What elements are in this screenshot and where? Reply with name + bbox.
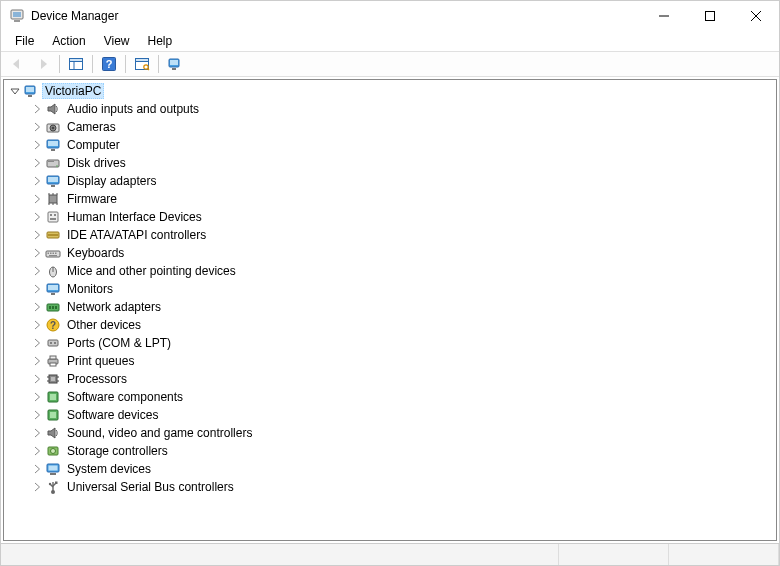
- scan-hardware-button[interactable]: [130, 53, 154, 75]
- properties-button[interactable]: [163, 53, 187, 75]
- back-button[interactable]: [5, 53, 29, 75]
- tree-node-label[interactable]: Monitors: [64, 281, 116, 297]
- show-hide-tree-button[interactable]: [64, 53, 88, 75]
- chevron-right-icon[interactable]: [30, 210, 44, 224]
- chevron-right-icon[interactable]: [30, 264, 44, 278]
- tree-node-label[interactable]: Display adapters: [64, 173, 159, 189]
- tree-node-label[interactable]: Human Interface Devices: [64, 209, 205, 225]
- menu-action[interactable]: Action: [44, 32, 93, 50]
- printer-icon: [45, 353, 61, 369]
- chevron-right-icon[interactable]: [30, 282, 44, 296]
- svg-rect-46: [48, 234, 58, 236]
- chevron-right-icon[interactable]: [30, 246, 44, 260]
- tree-node-label[interactable]: Computer: [64, 137, 123, 153]
- tree-node-label[interactable]: Print queues: [64, 353, 137, 369]
- menu-help[interactable]: Help: [140, 32, 181, 50]
- svg-rect-41: [48, 212, 58, 222]
- tree-node-label[interactable]: Disk drives: [64, 155, 129, 171]
- tree-node[interactable]: Display adapters: [30, 172, 776, 190]
- toolbar: ?: [1, 51, 779, 77]
- forward-button[interactable]: [31, 53, 55, 75]
- tree-node[interactable]: Print queues: [30, 352, 776, 370]
- tree-node[interactable]: Monitors: [30, 280, 776, 298]
- tree-node-label[interactable]: VictoriaPC: [42, 83, 104, 99]
- tree-node-label[interactable]: IDE ATA/ATAPI controllers: [64, 227, 209, 243]
- tree-node[interactable]: Disk drives: [30, 154, 776, 172]
- tree-node-label[interactable]: Storage controllers: [64, 443, 171, 459]
- unknown-icon: ?: [45, 317, 61, 333]
- svg-point-29: [56, 165, 58, 167]
- chevron-right-icon[interactable]: [30, 426, 44, 440]
- chevron-right-icon[interactable]: [30, 120, 44, 134]
- close-button[interactable]: [733, 1, 779, 31]
- tree-node[interactable]: Sound, video and game controllers: [30, 424, 776, 442]
- maximize-button[interactable]: [687, 1, 733, 31]
- tree-node-label[interactable]: Network adapters: [64, 299, 164, 315]
- menu-view[interactable]: View: [96, 32, 138, 50]
- tree-node-label[interactable]: Software devices: [64, 407, 161, 423]
- tree-node[interactable]: Mice and other pointing devices: [30, 262, 776, 280]
- tree-node[interactable]: Cameras: [30, 118, 776, 136]
- help-button[interactable]: ?: [97, 53, 121, 75]
- chevron-right-icon[interactable]: [30, 156, 44, 170]
- tree-node-label[interactable]: System devices: [64, 461, 154, 477]
- tree-node[interactable]: Human Interface Devices: [30, 208, 776, 226]
- chevron-right-icon[interactable]: [30, 138, 44, 152]
- tree-node[interactable]: IDE ATA/ATAPI controllers: [30, 226, 776, 244]
- tree-node-root[interactable]: VictoriaPC: [8, 82, 776, 100]
- chevron-right-icon[interactable]: [30, 462, 44, 476]
- tree-node-label[interactable]: Firmware: [64, 191, 120, 207]
- tree-node-label[interactable]: Processors: [64, 371, 130, 387]
- chevron-right-icon[interactable]: [30, 102, 44, 116]
- svg-point-66: [54, 342, 56, 344]
- chevron-right-icon[interactable]: [30, 408, 44, 422]
- chevron-right-icon[interactable]: [30, 354, 44, 368]
- tree-node-label[interactable]: Keyboards: [64, 245, 127, 261]
- tree-node[interactable]: Software devices: [30, 406, 776, 424]
- cpu-icon: [45, 371, 61, 387]
- chevron-right-icon[interactable]: [30, 192, 44, 206]
- chevron-right-icon[interactable]: [30, 300, 44, 314]
- storage-icon: [45, 443, 61, 459]
- tree-node[interactable]: System devices: [30, 460, 776, 478]
- tree-node-label[interactable]: Audio inputs and outputs: [64, 101, 202, 117]
- tree-node-label[interactable]: Other devices: [64, 317, 144, 333]
- tree-node-label[interactable]: Universal Serial Bus controllers: [64, 479, 237, 495]
- tree-node[interactable]: Firmware: [30, 190, 776, 208]
- chevron-right-icon[interactable]: [30, 174, 44, 188]
- tree-node[interactable]: Keyboards: [30, 244, 776, 262]
- tree-node[interactable]: Processors: [30, 370, 776, 388]
- tree-node[interactable]: Audio inputs and outputs: [30, 100, 776, 118]
- tree-node-label[interactable]: Sound, video and game controllers: [64, 425, 255, 441]
- tree-node[interactable]: Computer: [30, 136, 776, 154]
- tree-node[interactable]: Network adapters: [30, 298, 776, 316]
- svg-rect-79: [50, 412, 56, 418]
- svg-rect-71: [51, 377, 55, 381]
- chevron-right-icon[interactable]: [30, 336, 44, 350]
- chevron-right-icon[interactable]: [30, 228, 44, 242]
- tree-node[interactable]: Storage controllers: [30, 442, 776, 460]
- tree-node[interactable]: Ports (COM & LPT): [30, 334, 776, 352]
- svg-rect-30: [48, 161, 54, 162]
- chevron-right-icon[interactable]: [30, 390, 44, 404]
- tree-node-label[interactable]: Mice and other pointing devices: [64, 263, 239, 279]
- device-tree[interactable]: VictoriaPCAudio inputs and outputsCamera…: [3, 79, 777, 541]
- chevron-right-icon[interactable]: [30, 372, 44, 386]
- svg-rect-17: [170, 60, 178, 65]
- tree-node-label[interactable]: Cameras: [64, 119, 119, 135]
- tree-node-label[interactable]: Ports (COM & LPT): [64, 335, 174, 351]
- titlebar: Device Manager: [1, 1, 779, 31]
- tree-node-label[interactable]: Software components: [64, 389, 186, 405]
- chevron-right-icon[interactable]: [30, 444, 44, 458]
- svg-rect-56: [48, 285, 58, 290]
- tree-node[interactable]: Universal Serial Bus controllers: [30, 478, 776, 496]
- menu-file[interactable]: File: [7, 32, 42, 50]
- monitor-icon: [45, 137, 61, 153]
- chevron-right-icon[interactable]: [30, 480, 44, 494]
- chip-icon: [45, 191, 61, 207]
- chevron-right-icon[interactable]: [30, 318, 44, 332]
- tree-node[interactable]: ?Other devices: [30, 316, 776, 334]
- chevron-down-icon[interactable]: [8, 84, 22, 98]
- tree-node[interactable]: Software components: [30, 388, 776, 406]
- minimize-button[interactable]: [641, 1, 687, 31]
